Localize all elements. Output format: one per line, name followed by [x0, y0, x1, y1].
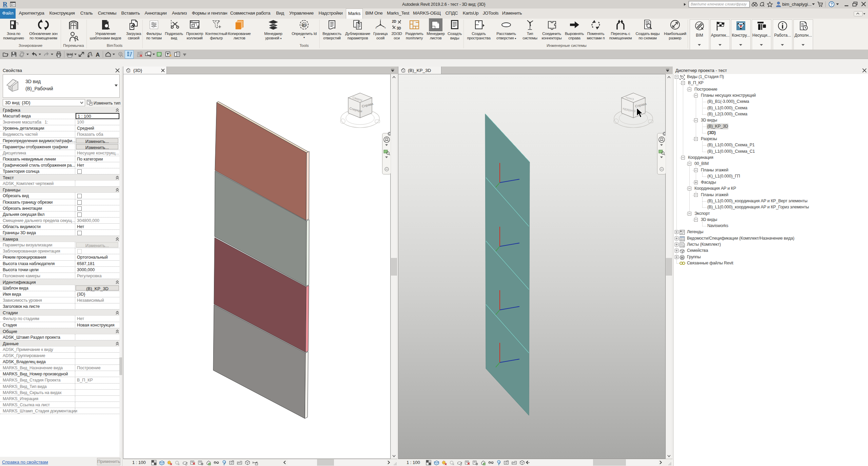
svg-text:3D: 3D [397, 26, 401, 30]
svg-text:X: X [384, 27, 386, 29]
svg-text:1: 1 [89, 53, 91, 56]
svg-text:x✓: x✓ [696, 23, 699, 25]
svg-text:ID: ID [302, 23, 306, 27]
svg-text:2D: 2D [392, 20, 396, 23]
svg-text:?: ? [830, 2, 833, 7]
svg-text:R: R [3, 1, 7, 8]
svg-text:A: A [96, 52, 100, 58]
svg-text:Z: Z [375, 27, 377, 29]
svg-text:Y: Y [380, 19, 381, 21]
